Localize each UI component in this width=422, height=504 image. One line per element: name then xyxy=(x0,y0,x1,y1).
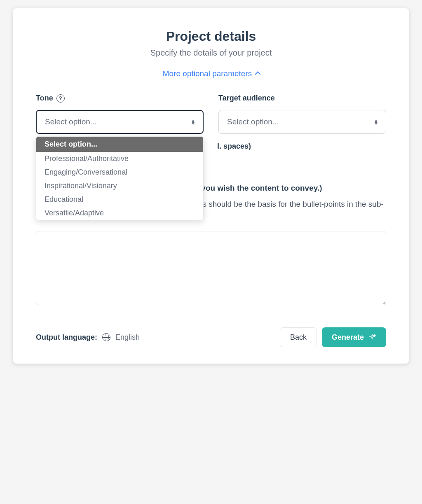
header: Project details Specify the details of y… xyxy=(36,29,386,58)
generate-button-label: Generate xyxy=(332,333,364,342)
partially-hidden-field-label: l. spaces) xyxy=(217,142,386,151)
chevron-up-icon xyxy=(255,71,261,77)
footer-row: Output language: English Back Generate xyxy=(36,327,386,347)
button-row: Back Generate xyxy=(280,327,386,347)
tone-option-educational[interactable]: Educational xyxy=(36,193,203,206)
divider-right xyxy=(267,74,386,74)
tone-label: Tone xyxy=(36,94,53,103)
tone-option-engaging[interactable]: Engaging/Conversational xyxy=(36,166,203,179)
project-details-card: Project details Specify the details of y… xyxy=(13,8,409,364)
sparkle-icon xyxy=(368,333,376,341)
globe-icon xyxy=(102,333,110,341)
form-row-tone-audience: Tone ? Select option... ▴▾ Select option… xyxy=(36,94,386,134)
audience-label-row: Target audience xyxy=(218,94,386,103)
page-title: Project details xyxy=(36,29,386,44)
key-messages-textarea[interactable] xyxy=(36,231,386,305)
tone-dropdown: Select option... Professional/Authoritat… xyxy=(36,136,204,220)
tone-option-inspirational[interactable]: Inspirational/Visionary xyxy=(36,179,203,193)
audience-select[interactable]: Select option... ▴▾ xyxy=(218,110,386,134)
more-params-toggle[interactable]: More optional parameters xyxy=(163,69,260,78)
divider-left xyxy=(36,74,155,74)
output-language-row: Output language: English xyxy=(36,333,140,342)
tone-option-professional[interactable]: Professional/Authoritative xyxy=(36,152,203,166)
tone-select-placeholder: Select option... xyxy=(45,117,97,126)
tone-option-versatile[interactable]: Versatile/Adaptive xyxy=(36,206,203,220)
audience-select-placeholder: Select option... xyxy=(227,117,279,126)
output-language-value: English xyxy=(115,333,140,342)
back-button[interactable]: Back xyxy=(280,327,317,347)
page-subtitle: Specify the details of your project xyxy=(36,48,386,58)
back-button-label: Back xyxy=(290,333,307,342)
tone-column: Tone ? Select option... ▴▾ Select option… xyxy=(36,94,204,134)
more-params-label: More optional parameters xyxy=(163,69,252,78)
sort-icon: ▴▾ xyxy=(192,119,195,125)
tone-label-row: Tone ? xyxy=(36,94,204,103)
sort-icon: ▴▾ xyxy=(375,119,377,125)
tone-select[interactable]: Select option... ▴▾ xyxy=(36,110,204,134)
optional-params-toggle-row: More optional parameters xyxy=(36,69,386,78)
audience-column: Target audience Select option... ▴▾ xyxy=(218,94,386,134)
help-icon[interactable]: ? xyxy=(56,94,65,103)
audience-label: Target audience xyxy=(218,94,275,103)
tone-option-placeholder[interactable]: Select option... xyxy=(36,137,203,152)
output-language-label: Output language: xyxy=(36,333,97,342)
generate-button[interactable]: Generate xyxy=(322,327,386,347)
